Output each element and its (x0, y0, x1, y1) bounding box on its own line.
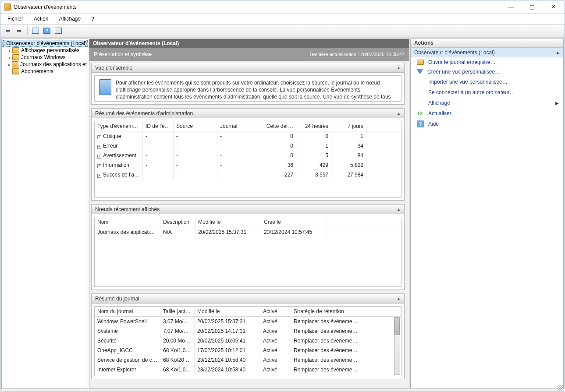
log-row[interactable]: Windows PowerShell3,07 Mo/1…20/02/2025 1… (95, 317, 401, 326)
col-journal[interactable]: Journal (217, 121, 261, 131)
col-id[interactable]: ID de l'é… (143, 121, 174, 131)
action-display[interactable]: Affichage ▶ (411, 98, 563, 108)
expand-icon[interactable]: + (97, 155, 101, 159)
tree-node-app-logs[interactable]: ▸ Journaux des applications et (2, 61, 88, 68)
col-source[interactable]: Source (174, 121, 217, 131)
cell-log-modified: 23/12/2024 10:58:40 (195, 365, 260, 374)
summary-row[interactable]: +Information---364295 822 (95, 160, 401, 170)
cell-log-enabled: Activé (260, 355, 291, 365)
recent-nodes-header[interactable]: Nœuds récemment affichés ▲ (92, 205, 404, 214)
admin-summary-header[interactable]: Résumé des événements d'administration ▲ (92, 109, 404, 118)
toolbar: ⬅ ➡ ? (0, 24, 565, 37)
log-row[interactable]: Système7,07 Mo/2…20/02/2025 14:17:31Acti… (95, 326, 401, 336)
expand-icon[interactable]: + (97, 145, 101, 149)
center-body[interactable]: Vue d'ensemble ▲ Pour afficher les événe… (89, 61, 409, 388)
log-summary-header[interactable]: Résumé du journal ▲ (92, 294, 404, 304)
log-summary-section: Résumé du journal ▲ Nom du journal Taill… (91, 293, 405, 379)
col-created[interactable]: Créé le (261, 217, 327, 227)
menu-action[interactable]: Action (29, 15, 53, 23)
action-help[interactable]: ? Aide (411, 119, 563, 129)
log-row[interactable]: Sécurité20,00 Mo/…20/02/2025 16:05:41Act… (95, 336, 401, 346)
action-refresh[interactable]: ⟳ Actualiser (411, 108, 563, 119)
menu-file[interactable]: Fichier (3, 15, 28, 23)
overview-icon (99, 79, 111, 95)
recent-row[interactable]: Journaux des application…N/A20/02/2025 1… (95, 227, 401, 237)
action-label: Affichage (428, 100, 450, 106)
window-title: Observateur d'événements (14, 4, 503, 10)
chevron-up-icon: ▲ (397, 111, 401, 116)
col-name[interactable]: Nom (95, 217, 160, 227)
col-week[interactable]: 7 jours (331, 121, 366, 131)
tree-node-subscriptions[interactable]: Abonnements (2, 68, 88, 75)
log-row[interactable]: Service de gestion de clés68 Ko/20 …23/1… (95, 355, 401, 365)
window-controls: — ▢ ✕ (503, 2, 561, 12)
resize-grip[interactable] (558, 385, 564, 391)
scrollbar-thumb[interactable] (394, 318, 400, 335)
col-log-enabled[interactable]: Activé (260, 307, 291, 316)
col-hour[interactable]: Cette der… (261, 121, 296, 131)
actions-title: Actions (411, 39, 563, 48)
action-connect[interactable]: Se connecter à un autre ordinateur… (411, 87, 563, 98)
log-scrollbar[interactable] (394, 317, 400, 375)
summary-row[interactable]: +Critique---001 (95, 131, 401, 141)
tree-node-custom-views[interactable]: ▸ Affichages personnalisés (2, 47, 88, 54)
tree-root-node[interactable]: Observateur d'événements (Local) (2, 40, 88, 47)
maximize-button[interactable]: ▢ (524, 2, 540, 12)
log-row[interactable]: OneApp_IGCC68 Ko/1,0…17/02/2025 10:12:01… (95, 346, 401, 355)
expand-icon[interactable]: + (97, 174, 101, 178)
menu-view[interactable]: Affichage (54, 15, 85, 23)
minimize-button[interactable]: — (503, 2, 519, 12)
cell-log-size: 68 Ko/1,0… (160, 365, 195, 374)
chevron-up-icon: ▲ (397, 297, 401, 301)
col-day[interactable]: 24 heures (296, 121, 331, 131)
summary-row[interactable]: +Avertissement---0584 (95, 151, 401, 160)
action-create-view[interactable]: Créer une vue personnalisée… (411, 67, 563, 77)
close-button[interactable]: ✕ (545, 2, 561, 12)
col-type[interactable]: Type d'événem… (95, 121, 143, 131)
show-actions-button[interactable] (53, 26, 63, 35)
menu-help[interactable]: ? (87, 15, 99, 23)
expand-icon[interactable]: ▸ (7, 48, 12, 53)
cell-source: - (174, 170, 217, 180)
last-refresh-label: Dernière actualisation : 20/02/2025 16:0… (310, 52, 405, 57)
overview-header[interactable]: Vue d'ensemble ▲ (92, 63, 404, 73)
cell-log-enabled: Activé (260, 346, 291, 355)
cell-log-size: 68 Ko/20 … (160, 355, 195, 365)
action-open-log[interactable]: Ouvrir le journal enregistré… (411, 57, 563, 67)
cell-log-name: Internet Explorer (95, 365, 160, 374)
expand-icon[interactable]: + (97, 164, 101, 168)
cell-day: 0 (296, 131, 331, 141)
help-button[interactable]: ? (42, 26, 52, 35)
panel-icon (32, 28, 39, 34)
summary-row[interactable]: +Succès de l'a…---2273 55727 984 (95, 170, 401, 180)
log-summary-title: Résumé du journal (95, 296, 139, 302)
log-summary-grid: Nom du journal Taille (act… Modifié le A… (94, 306, 402, 376)
nav-forward-button[interactable]: ➡ (14, 26, 24, 35)
col-log-name[interactable]: Nom du journal (95, 307, 160, 316)
cell-log-enabled: Activé (260, 317, 291, 326)
tree-node-windows-logs[interactable]: ▸ Journaux Windows (2, 54, 88, 61)
col-desc[interactable]: Description (160, 217, 195, 227)
col-log-size[interactable]: Taille (act… (160, 307, 195, 316)
col-modified[interactable]: Modifié le (195, 217, 261, 227)
action-import-view[interactable]: Importer une vue personnalisée… (411, 77, 563, 87)
col-log-retention[interactable]: Stratégie de rétention (291, 307, 361, 316)
expand-icon[interactable]: ▸ (7, 62, 12, 67)
nav-back-button[interactable]: ⬅ (3, 26, 13, 35)
log-row[interactable]: Internet Explorer68 Ko/1,0…23/12/2024 10… (95, 365, 401, 374)
show-tree-button[interactable] (31, 26, 40, 35)
cell-hour: 0 (261, 131, 296, 141)
cell-log-size: 7,07 Mo/2… (160, 326, 195, 336)
expand-icon[interactable]: ▸ (7, 55, 12, 60)
cell-journal: - (217, 160, 261, 170)
actions-section-header[interactable]: Observateur d'événements (Local) ▲ (411, 48, 563, 57)
col-log-modified[interactable]: Modifié le (195, 307, 260, 316)
cell-id: - (143, 141, 174, 151)
summary-row[interactable]: +Erreur---0134 (95, 141, 401, 151)
close-icon: ✕ (551, 4, 556, 10)
cell-hour: 36 (261, 160, 296, 170)
cell-log-retention: Remplacer des événeme… (291, 355, 361, 365)
tree-pane: Observateur d'événements (Local) ▸ Affic… (1, 39, 88, 389)
cell-journal: - (217, 170, 261, 180)
expand-icon[interactable]: + (97, 135, 101, 139)
